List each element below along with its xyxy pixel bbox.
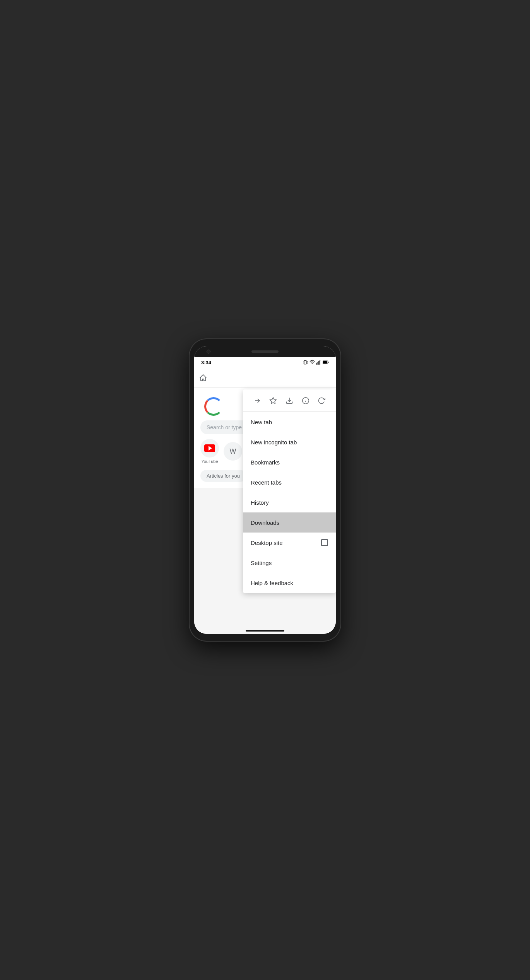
youtube-play-triangle bbox=[209, 446, 212, 451]
svg-rect-9 bbox=[318, 361, 319, 365]
youtube-icon-wrap bbox=[200, 439, 219, 458]
desktop-site-checkbox[interactable] bbox=[321, 539, 328, 546]
chrome-toolbar bbox=[194, 368, 336, 388]
signal-icon bbox=[316, 360, 321, 365]
menu-item-desktop-site-label: Desktop site bbox=[251, 540, 283, 546]
shortcuts-row: YouTube W bbox=[200, 439, 242, 464]
svg-marker-14 bbox=[270, 398, 277, 404]
svg-rect-13 bbox=[328, 362, 328, 363]
dropdown-menu: New tab New incognito tab Bookmarks Rece… bbox=[243, 389, 336, 593]
menu-item-recent-tabs-label: Recent tabs bbox=[251, 479, 282, 486]
menu-toolbar bbox=[243, 389, 336, 412]
download-icon[interactable] bbox=[284, 395, 295, 406]
svg-rect-0 bbox=[304, 360, 306, 364]
refresh-icon[interactable] bbox=[316, 395, 327, 406]
battery-icon bbox=[323, 360, 329, 365]
shortcut-w[interactable]: W bbox=[224, 442, 242, 461]
menu-item-new-incognito-tab[interactable]: New incognito tab bbox=[243, 432, 336, 452]
forward-icon[interactable] bbox=[252, 395, 263, 406]
menu-item-desktop-site[interactable]: Desktop site bbox=[243, 533, 336, 553]
home-icon[interactable] bbox=[199, 373, 207, 382]
menu-item-settings-label: Settings bbox=[251, 560, 272, 566]
wifi-icon bbox=[309, 360, 315, 365]
svg-rect-7 bbox=[316, 363, 317, 365]
vibrate-icon bbox=[303, 360, 308, 365]
status-bar: 3:34 bbox=[194, 357, 336, 368]
chrome-spinner bbox=[204, 397, 223, 416]
menu-item-bookmarks-label: Bookmarks bbox=[251, 459, 280, 466]
camera bbox=[207, 350, 210, 353]
notch bbox=[194, 346, 336, 357]
menu-item-new-tab-label: New tab bbox=[251, 419, 272, 425]
info-icon[interactable] bbox=[300, 395, 311, 406]
w-icon: W bbox=[230, 447, 236, 456]
youtube-icon bbox=[204, 444, 215, 452]
menu-item-bookmarks[interactable]: Bookmarks bbox=[243, 452, 336, 472]
menu-item-help-feedback-label: Help & feedback bbox=[251, 580, 293, 586]
menu-item-new-incognito-tab-label: New incognito tab bbox=[251, 439, 297, 446]
w-icon-wrap: W bbox=[224, 442, 242, 461]
phone-device: 3:34 bbox=[190, 339, 340, 641]
speaker bbox=[251, 350, 279, 353]
search-placeholder: Search or type bbox=[207, 424, 242, 430]
shortcut-youtube[interactable]: YouTube bbox=[200, 439, 219, 464]
svg-rect-10 bbox=[320, 360, 320, 365]
browser-content: Search or type YouTube W bbox=[194, 368, 336, 634]
menu-item-settings[interactable]: Settings bbox=[243, 553, 336, 573]
menu-item-recent-tabs[interactable]: Recent tabs bbox=[243, 472, 336, 492]
menu-item-history[interactable]: History bbox=[243, 492, 336, 512]
menu-item-downloads[interactable]: Downloads bbox=[243, 512, 336, 533]
bookmark-icon[interactable] bbox=[268, 395, 279, 406]
menu-item-history-label: History bbox=[251, 499, 269, 506]
menu-item-downloads-label: Downloads bbox=[251, 519, 279, 526]
phone-screen: 3:34 bbox=[194, 346, 336, 634]
svg-rect-12 bbox=[323, 361, 327, 364]
svg-rect-8 bbox=[318, 362, 318, 365]
status-time: 3:34 bbox=[201, 360, 211, 365]
articles-for-you-button[interactable]: Articles for you bbox=[200, 470, 246, 482]
home-indicator bbox=[246, 630, 284, 632]
menu-item-help-feedback[interactable]: Help & feedback bbox=[243, 573, 336, 593]
youtube-label: YouTube bbox=[201, 459, 218, 464]
status-icons bbox=[303, 360, 329, 365]
menu-item-new-tab[interactable]: New tab bbox=[243, 412, 336, 432]
